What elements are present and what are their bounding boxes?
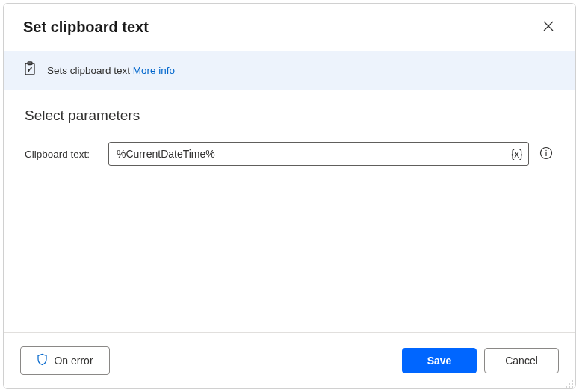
svg-point-13 <box>566 386 567 388</box>
svg-line-6 <box>31 67 32 69</box>
dialog-footer: On error Save Cancel <box>4 332 575 388</box>
svg-point-11 <box>569 383 570 385</box>
clipboard-icon <box>23 61 37 79</box>
shield-icon <box>37 353 48 368</box>
on-error-label: On error <box>54 355 93 367</box>
more-info-link[interactable]: More info <box>133 65 175 76</box>
close-button[interactable] <box>539 17 557 37</box>
dialog-header: Set clipboard text <box>4 4 575 51</box>
svg-point-8 <box>545 149 546 150</box>
dialog-body: Select parameters Clipboard text: {x} <box>4 90 575 332</box>
svg-point-10 <box>572 380 573 382</box>
banner-text: Sets clipboard text More info <box>47 65 175 76</box>
clipboard-text-input[interactable] <box>108 142 529 166</box>
section-title: Select parameters <box>25 108 554 124</box>
save-button[interactable]: Save <box>402 348 477 373</box>
banner-description: Sets clipboard text <box>47 65 133 76</box>
info-banner: Sets clipboard text More info <box>4 51 575 90</box>
dialog-title: Set clipboard text <box>23 19 149 36</box>
svg-point-14 <box>569 386 570 388</box>
svg-point-12 <box>572 383 573 385</box>
on-error-button[interactable]: On error <box>20 346 110 375</box>
info-icon <box>539 146 553 160</box>
clipboard-text-label: Clipboard text: <box>25 149 99 160</box>
resize-handle[interactable] <box>565 378 574 387</box>
param-row-clipboard-text: Clipboard text: {x} <box>25 142 554 166</box>
cancel-button[interactable]: Cancel <box>484 348 559 373</box>
insert-variable-button[interactable]: {x} <box>510 146 524 161</box>
close-icon <box>542 20 554 32</box>
svg-line-5 <box>28 69 29 72</box>
dialog-set-clipboard-text: Set clipboard text Sets clipboard text M… <box>3 3 576 389</box>
info-button[interactable] <box>538 145 554 164</box>
svg-point-15 <box>572 386 573 388</box>
input-wrapper: {x} <box>108 142 529 166</box>
footer-right-buttons: Save Cancel <box>402 348 559 373</box>
